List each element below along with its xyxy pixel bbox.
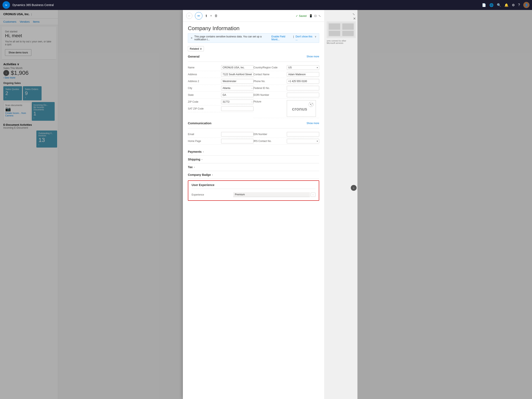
state-input[interactable] [221,93,253,97]
field-phone: Phone No. [253,78,319,85]
zip-dots-button[interactable]: ··· [251,100,253,103]
experience-dots-button[interactable]: ··· [311,193,316,197]
mobile-view-icon[interactable]: 📱 [309,14,313,18]
field-eori: EORI Number [253,92,319,99]
experience-input[interactable] [233,192,310,197]
federal-id-input[interactable] [287,86,319,90]
user-avatar[interactable]: 👤 [523,2,530,8]
ein-label: EIN Number [253,133,287,136]
eori-input[interactable] [287,93,319,97]
document-icon[interactable]: 📄 [482,3,486,7]
tax-chevron-icon: › [194,166,195,168]
communication-section-header: Communication Show more [188,121,319,126]
address-label: Address [188,73,221,76]
ein-input[interactable] [287,132,319,137]
city-input[interactable] [221,86,253,90]
toolbar-icons: ⬆ + 🗑 [205,14,218,18]
svg-point-8 [310,106,311,107]
zip-input[interactable] [221,100,253,104]
close-panel-button[interactable]: ✕ [353,17,356,20]
settings-icon[interactable]: ⚙ [512,3,515,7]
contact-name-input[interactable] [287,72,319,77]
saved-status: ✓Saved [296,14,306,18]
tax-section-header[interactable]: Tax › [188,165,319,169]
experience-field-row: Experience ··· [192,191,316,198]
delete-icon[interactable]: 🗑 [215,14,218,18]
general-left-col: Name Address [188,64,253,118]
company-badge-section-header[interactable]: Company Badge › [188,173,319,177]
demo-image-1 [327,21,356,38]
expand-icon[interactable]: ⊡ [314,14,317,18]
field-contact-name: Contact Name [253,71,319,78]
field-address: Address [188,71,253,78]
email-input[interactable] [221,132,253,137]
app-logo: tv [2,1,10,9]
payments-section: Payments › [188,148,319,156]
svg-point-7 [313,105,314,105]
communication-section: Communication Show more Email [188,121,319,145]
phone-input[interactable] [287,79,319,83]
address2-input[interactable] [221,79,253,83]
general-section-title: General [188,55,200,58]
modal-overlay: ← ✏ ⬆ + 🗑 ✓Saved 📱 ⊡ ⤡ Comp [0,10,532,399]
related-button[interactable]: Related ∨ [188,46,204,51]
company-badge-title: Company Badge [188,173,211,177]
communication-show-more-link[interactable]: Show more [306,122,319,125]
irs-contact-value [287,139,319,143]
shipping-chevron-icon: › [202,158,203,161]
expand-panel-icon[interactable]: ⤡ [352,13,355,16]
edit-button[interactable]: ✏ [195,12,203,19]
field-irs-contact: IRS Contact No. [253,138,319,145]
contact-name-label: Contact Name [253,73,287,76]
payments-section-header[interactable]: Payments › [188,150,319,153]
address-input[interactable] [221,72,253,77]
communication-left-col: Email Home Page [188,131,253,145]
city-label: City [188,87,221,89]
state-value [221,93,253,97]
sat-zip-input[interactable] [221,106,253,111]
name-label: Name [188,66,221,69]
field-name: Name [188,64,253,71]
shipping-section-header[interactable]: Shipping › [188,158,319,161]
company-badge-chevron-icon: › [212,173,213,176]
name-input[interactable] [221,65,253,70]
svg-rect-12 [342,24,354,30]
right-panel-caption: ures connect to other Microsoft services [326,39,356,45]
payments-title: Payments [188,150,202,153]
city-dots-button[interactable]: ··· [251,87,253,89]
field-country: Country/Region Code US [253,64,319,71]
eori-label: EORI Number [253,94,287,96]
notification-close-icon[interactable]: ✕ [190,37,193,39]
address2-value [221,79,253,83]
add-icon[interactable]: + [210,14,212,18]
fullscreen-icon[interactable]: ⤡ [318,14,321,18]
carousel-next-button[interactable]: › [351,185,357,191]
svg-rect-11 [329,24,340,30]
country-select[interactable]: US [287,65,319,70]
share-icon[interactable]: ⬆ [205,14,208,18]
irs-contact-label: IRS Contact No. [253,140,287,143]
zip-label: ZIP Code [188,100,221,103]
field-federal-id: Federal ID No. [253,85,319,92]
cronus-logo-image: cronus [288,101,315,116]
homepage-input[interactable] [221,139,253,143]
modal-content: Company Information ✕ This page contains… [183,22,324,206]
help-icon[interactable]: ? [518,3,520,7]
bell-icon[interactable]: 🔔 [504,3,508,7]
email-value [221,132,253,137]
svg-rect-14 [342,31,354,36]
general-show-more-link[interactable]: Show more [306,55,319,58]
notification-chevron-icon[interactable]: ∨ [315,35,317,41]
notification-links: Enable Field Monit... | Don't show this … [271,35,317,41]
globe-icon[interactable]: 🌐 [489,3,494,7]
enable-field-monitor-link[interactable]: Enable Field Monit... [271,35,291,41]
experience-value-wrap: ··· [233,192,316,197]
back-button[interactable]: ← [186,13,192,19]
field-email: Email [188,131,253,138]
dont-show-link[interactable]: Don't show this ... [296,35,313,41]
communication-form-grid: Email Home Page [188,131,319,145]
irs-contact-select[interactable] [287,139,319,143]
search-icon[interactable]: 🔍 [497,3,501,7]
phone-value [287,79,319,83]
experience-label: Experience [192,193,233,196]
